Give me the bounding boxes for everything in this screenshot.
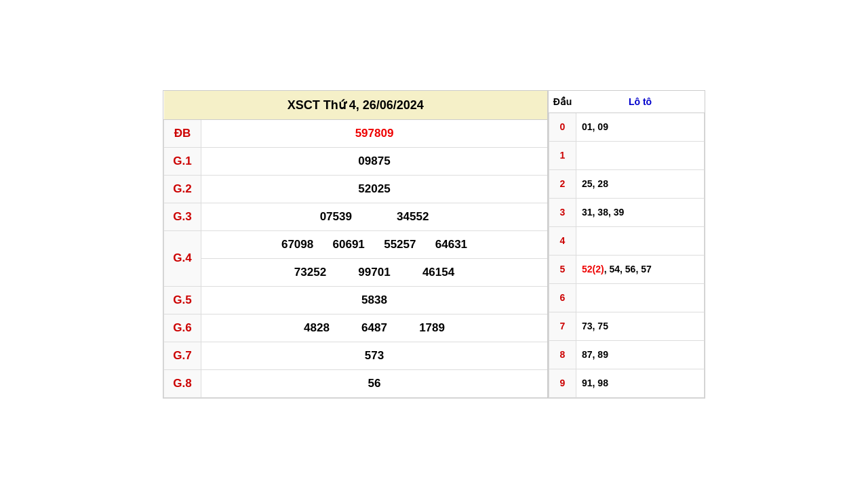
loto-table: Đầu Lô tô 001, 091225, 28331, 38, 394552… (549, 91, 705, 398)
table-row: 73252 99701 46154 (164, 258, 549, 286)
loto-dau: 2 (549, 169, 576, 198)
table-row: G.3 07539 34552 (164, 203, 549, 230)
loto-dau: 5 (549, 255, 576, 283)
loto-values (576, 141, 705, 169)
loto-values: 52(2), 54, 56, 57 (576, 255, 705, 283)
g6-v1: 4828 (304, 321, 330, 334)
main-container: XSCT Thứ 4, 26/06/2024 ĐB 597809 G.1 098… (163, 90, 705, 399)
table-row: G.8 56 (164, 369, 549, 397)
loto-values (576, 226, 705, 255)
g6-v3: 1789 (419, 321, 445, 334)
loto-row: 773, 75 (549, 312, 705, 340)
loto-dau: 7 (549, 312, 576, 340)
g4-v7: 46154 (422, 266, 454, 279)
table-row: G.6 4828 6487 1789 (164, 314, 549, 342)
prize-value-g1: 09875 (201, 147, 549, 175)
g3-val2: 34552 (397, 210, 429, 223)
g4-v3: 55257 (384, 238, 416, 251)
loto-row: 552(2), 54, 56, 57 (549, 255, 705, 283)
prize-label-g6: G.6 (164, 314, 201, 342)
table-row: G.4 67098 60691 55257 64631 (164, 230, 549, 258)
prize-value-g7: 573 (201, 342, 549, 369)
loto-row: 1 (549, 141, 705, 169)
loto-dau: 3 (549, 198, 576, 226)
loto-row: 001, 09 (549, 113, 705, 141)
loto-dau: 1 (549, 141, 576, 169)
table-row: ĐB 597809 (164, 119, 549, 147)
g6-v2: 6487 (361, 321, 387, 334)
loto-values: 91, 98 (576, 369, 705, 397)
g3-val1: 07539 (320, 210, 352, 223)
results-table: XSCT Thứ 4, 26/06/2024 ĐB 597809 G.1 098… (163, 91, 549, 398)
prize-label-g1: G.1 (164, 147, 201, 175)
table-row: G.2 52025 (164, 175, 549, 203)
loto-values: 73, 75 (576, 312, 705, 340)
loto-row: 331, 38, 39 (549, 198, 705, 226)
loto-dau-header: Đầu (549, 91, 576, 113)
table-row: G.5 5838 (164, 286, 549, 314)
prize-label-g2: G.2 (164, 175, 201, 203)
prize-value-g2: 52025 (201, 175, 549, 203)
loto-row: 991, 98 (549, 369, 705, 397)
prize-label-g4: G.4 (164, 230, 201, 286)
prize-value-g5: 5838 (201, 286, 549, 314)
loto-values: 87, 89 (576, 340, 705, 369)
table-row: G.1 09875 (164, 147, 549, 175)
prize-value-g3: 07539 34552 (201, 203, 549, 230)
loto-values: 25, 28 (576, 169, 705, 198)
loto-dau: 6 (549, 283, 576, 312)
loto-dau: 0 (549, 113, 576, 141)
prize-value-g6: 4828 6487 1789 (201, 314, 549, 342)
loto-values (576, 283, 705, 312)
prize-label-g7: G.7 (164, 342, 201, 369)
g4-v2: 60691 (333, 238, 365, 251)
loto-row: 225, 28 (549, 169, 705, 198)
prize-label-db: ĐB (164, 119, 201, 147)
prize-label-g8: G.8 (164, 369, 201, 397)
g4-v5: 73252 (294, 266, 326, 279)
prize-value-db: 597809 (201, 119, 549, 147)
loto-dau: 9 (549, 369, 576, 397)
prize-label-g5: G.5 (164, 286, 201, 314)
g4-v4: 64631 (435, 238, 467, 251)
table-row: G.7 573 (164, 342, 549, 369)
loto-row: 887, 89 (549, 340, 705, 369)
prize-value-g8: 56 (201, 369, 549, 397)
prize-label-g3: G.3 (164, 203, 201, 230)
loto-values: 31, 38, 39 (576, 198, 705, 226)
loto-values: 01, 09 (576, 113, 705, 141)
table-header: XSCT Thứ 4, 26/06/2024 (164, 91, 549, 120)
g4-v6: 99701 (358, 266, 390, 279)
loto-header: Lô tô (576, 91, 705, 113)
loto-dau: 4 (549, 226, 576, 255)
loto-row: 4 (549, 226, 705, 255)
loto-dau: 8 (549, 340, 576, 369)
g4-v1: 67098 (281, 238, 313, 251)
prize-value-g4-row1: 67098 60691 55257 64631 (201, 230, 549, 258)
loto-row: 6 (549, 283, 705, 312)
prize-value-g4-row2: 73252 99701 46154 (201, 258, 549, 286)
